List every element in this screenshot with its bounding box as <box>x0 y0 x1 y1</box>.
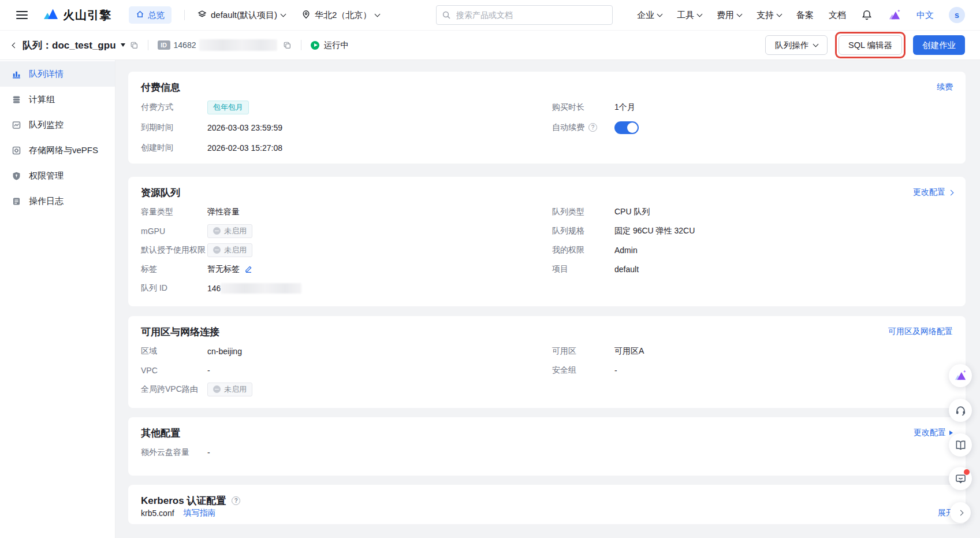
card-title: 付费信息 <box>141 81 180 94</box>
sidebar-item-queue-monitor[interactable]: 队列监控 <box>0 112 115 138</box>
network-config-link[interactable]: 可用区及网络配置 <box>888 326 953 337</box>
payment-right-column: 购买时长 1个月 自动续费 <box>552 97 639 138</box>
chevron-down-icon <box>281 11 286 17</box>
field-label: 额外云盘容量 <box>141 447 207 458</box>
queue-id-group: ID 14682 <box>158 39 292 51</box>
book-icon <box>955 439 967 451</box>
region-selector[interactable]: 华北2（北京） <box>301 10 379 21</box>
queue-switch-caret[interactable] <box>121 43 125 47</box>
sidebar-item-compute-group[interactable]: 计算组 <box>0 87 115 112</box>
menu-icp[interactable]: 备案 <box>796 10 814 21</box>
search-icon <box>442 10 451 20</box>
bar-chart-icon <box>12 69 21 79</box>
chevron-left-icon <box>12 42 18 48</box>
field-label: 创建时间 <box>141 143 207 153</box>
main-content: 付费信息 续费 付费方式 包年包月 到期时间 2026-03-03 23:59:… <box>115 60 980 538</box>
triangle-right-icon <box>949 431 953 435</box>
copy-queue-id-icon[interactable] <box>283 41 292 50</box>
queue-id-value: 14682 <box>174 40 196 50</box>
user-avatar[interactable]: s <box>949 7 965 23</box>
menu-support[interactable]: 支持 <box>757 10 781 21</box>
field-label: 区域 <box>141 346 207 357</box>
sidebar-item-permission[interactable]: 权限管理 <box>0 163 115 188</box>
queue-actions-button[interactable]: 队列操作 <box>765 35 828 55</box>
ai-assistant-fab[interactable] <box>949 364 972 387</box>
card-title: 资源队列 <box>141 186 180 199</box>
project-name: default(默认项目) <box>211 10 277 21</box>
renew-link[interactable]: 续费 <box>937 82 953 92</box>
field-row: VPC - <box>141 361 252 380</box>
field-value: 暂无标签 <box>207 264 240 274</box>
disabled-badge: 未启用 <box>207 224 252 238</box>
page-header: 队列：doc_test_gpu ID 14682 运行中 队列操作 SQL 编辑… <box>0 30 980 60</box>
field-label: 队列 ID <box>141 283 207 294</box>
sql-editor-button[interactable]: SQL 编辑器 <box>839 35 902 55</box>
field-row: 可用区 可用区A <box>552 342 644 361</box>
redacted-id <box>199 39 277 51</box>
disabled-icon <box>213 227 221 235</box>
kerberos-file-name: krb5.conf <box>141 509 174 518</box>
field-row: 创建时间 2026-02-03 15:27:08 <box>141 138 282 158</box>
field-label: 付费方式 <box>141 102 207 113</box>
field-label: 默认授予使用权限 <box>141 245 207 255</box>
feedback-fab[interactable] <box>949 467 972 490</box>
field-label: 到期时间 <box>141 123 207 133</box>
kerberos-card: Kerberos 认证配置 krb5.conf 填写指南 展开 <box>128 485 966 524</box>
change-config-link[interactable]: 更改配置 <box>913 187 953 198</box>
language-switch[interactable]: 中文 <box>916 10 934 21</box>
fill-guide-link[interactable]: 填写指南 <box>184 508 216 518</box>
field-value: 1个月 <box>614 102 635 113</box>
ai-mountain-icon <box>953 369 967 382</box>
monitor-chart-icon <box>12 120 21 130</box>
sidebar-item-label: 存储网络与vePFS <box>29 145 98 156</box>
menu-tools[interactable]: 工具 <box>677 10 702 21</box>
notification-bell-icon[interactable] <box>861 9 873 21</box>
disabled-badge: 未启用 <box>207 243 252 257</box>
sidebar-item-storage-network[interactable]: 存储网络与vePFS <box>0 138 115 163</box>
sidebar-item-label: 队列监控 <box>29 120 64 131</box>
search-input[interactable] <box>436 5 613 25</box>
menu-enterprise[interactable]: 企业 <box>637 10 662 21</box>
field-row: 区域 cn-beijing <box>141 342 252 361</box>
field-row: 自动续费 <box>552 117 639 138</box>
back-button[interactable] <box>9 41 20 50</box>
navbar-right-group: 企业 工具 费用 支持 备案 文档 中文 s <box>637 7 965 23</box>
chevron-right-icon <box>957 510 963 515</box>
support-fab[interactable] <box>949 399 972 422</box>
edit-tag-icon[interactable] <box>244 265 253 273</box>
field-label: 购买时长 <box>552 102 614 113</box>
change-config-link[interactable]: 更改配置 <box>914 428 953 438</box>
payment-left-column: 付费方式 包年包月 到期时间 2026-03-03 23:59:59 创建时间 … <box>141 97 282 158</box>
network-left-column: 区域 cn-beijing VPC - 全局跨VPC路由 未启用 <box>141 342 252 399</box>
docs-fab[interactable] <box>949 433 972 457</box>
divider <box>184 10 185 20</box>
sidebar-item-queue-detail[interactable]: 队列详情 <box>0 61 115 87</box>
other-left-column: 额外云盘容量 - <box>141 443 210 462</box>
app-window: 火山引擎 总览 default(默认项目) 华北2（北京） <box>0 0 980 538</box>
field-label: 队列类型 <box>552 207 614 217</box>
field-label: 我的权限 <box>552 245 614 255</box>
field-row: 容量类型 弹性容量 <box>141 202 301 221</box>
brand-logo[interactable]: 火山引擎 <box>43 7 111 23</box>
sidebar-item-operation-logs[interactable]: 操作日志 <box>0 188 115 214</box>
header-actions: 队列操作 SQL 编辑器 创建作业 <box>765 32 965 58</box>
hamburger-menu-icon[interactable] <box>16 11 28 19</box>
menu-billing[interactable]: 费用 <box>717 10 741 21</box>
queue-name: doc_test_gpu <box>52 40 116 51</box>
collapse-fab[interactable] <box>950 502 971 523</box>
field-value: - <box>207 448 210 457</box>
field-row: 额外云盘容量 - <box>141 443 210 462</box>
project-selector[interactable]: default(默认项目) <box>198 10 285 21</box>
field-row: 全局跨VPC路由 未启用 <box>141 380 252 399</box>
menu-docs[interactable]: 文档 <box>829 10 846 21</box>
create-job-button[interactable]: 创建作业 <box>913 35 965 55</box>
chevron-down-icon <box>737 11 743 17</box>
divider <box>301 40 301 50</box>
copy-queue-name-icon[interactable] <box>130 41 139 50</box>
sidebar-item-label: 权限管理 <box>29 170 64 181</box>
overview-nav-button[interactable]: 总览 <box>129 6 172 24</box>
redacted-queue-id <box>221 283 301 294</box>
field-row: 队列规格 固定 96CU 弹性 32CU <box>552 221 695 240</box>
ai-assistant-icon[interactable] <box>888 9 901 21</box>
autorenew-toggle[interactable] <box>614 121 639 134</box>
